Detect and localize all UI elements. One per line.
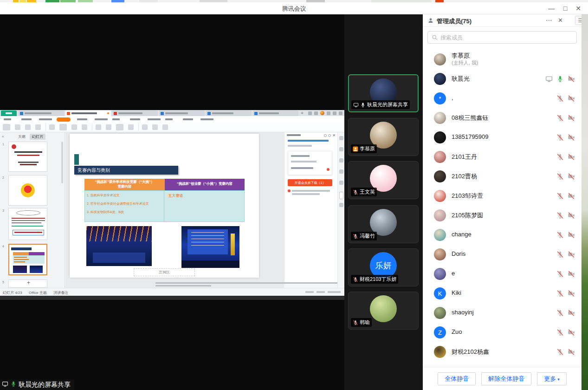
wps-ribbon-tab[interactable]: [148, 118, 161, 120]
member-row[interactable]: 李慕原(主持人, 我): [423, 50, 582, 69]
new-tab-icon[interactable]: +: [301, 110, 304, 116]
member-row[interactable]: change: [423, 225, 582, 245]
unmute-all-button[interactable]: 解除全体静音: [481, 372, 531, 385]
maximize-icon[interactable]: □: [558, 3, 572, 13]
speaker-notes-label[interactable]: 演讲备注: [53, 291, 68, 295]
wps-ribbon-tab[interactable]: [95, 118, 108, 120]
member-status-icons[interactable]: [556, 134, 575, 141]
wps-toolbar-icon[interactable]: [82, 124, 87, 130]
wps-pane-strip-icon[interactable]: [339, 136, 343, 140]
wps-toolbar-icon[interactable]: [25, 124, 31, 130]
member-status-icons[interactable]: [556, 348, 575, 356]
member-status-icons[interactable]: [556, 114, 575, 122]
collapse-panel-icon[interactable]: «: [2, 134, 4, 139]
wps-toolbar-icon[interactable]: [35, 124, 41, 130]
wps-document-tab[interactable]: [253, 110, 298, 116]
slide-thumbnail[interactable]: [8, 175, 47, 206]
wps-ribbon-tab[interactable]: [39, 118, 52, 120]
wps-pane-strip-icon[interactable]: [339, 181, 343, 185]
panel-close-icon[interactable]: ✕: [558, 17, 563, 24]
video-tile[interactable]: 耿晨光的屏幕共享: [348, 74, 419, 112]
wps-ribbon-active-tab[interactable]: [57, 117, 71, 122]
wps-document-tab[interactable]: [159, 110, 205, 116]
video-tile[interactable]: 李慕原: [348, 118, 419, 156]
member-status-icons[interactable]: [556, 251, 575, 258]
wps-ribbon-tab[interactable]: [4, 118, 11, 120]
member-status-icons[interactable]: [556, 153, 575, 161]
wps-pane-strip-icon[interactable]: [339, 158, 343, 162]
member-status-icons[interactable]: [556, 270, 575, 278]
wps-home-tab[interactable]: [1, 110, 17, 116]
wps-toolbar-icon[interactable]: [49, 124, 55, 130]
wps-pane-strip-icon[interactable]: [339, 192, 343, 199]
wps-document-tab[interactable]: [65, 110, 111, 116]
member-row[interactable]: 13851795909: [423, 128, 582, 147]
wps-toolbar-icon[interactable]: [152, 124, 158, 130]
member-row[interactable]: e: [423, 264, 582, 284]
wps-toolbar-icon[interactable]: [106, 124, 111, 130]
more-button[interactable]: 更多▾: [537, 372, 567, 385]
zoom-controls[interactable]: [305, 291, 341, 293]
wps-pane-strip-icon[interactable]: [339, 169, 343, 174]
wps-toolbar-icon[interactable]: [3, 124, 10, 130]
member-row[interactable]: 08税三熊鑫钰: [423, 108, 582, 128]
wps-toolbar-icon[interactable]: [96, 124, 101, 130]
wps-ribbon-tab[interactable]: [77, 118, 87, 120]
wps-ribbon-tab[interactable]: [112, 118, 120, 120]
pane-controls[interactable]: ✕: [324, 134, 336, 137]
wps-toolbar-icon[interactable]: [59, 124, 67, 130]
wps-document-tab[interactable]: [19, 110, 64, 116]
wps-toolbar-icon[interactable]: [162, 124, 168, 130]
wps-account-avatar[interactable]: [320, 111, 324, 115]
slide-thumbnail[interactable]: [8, 142, 47, 172]
member-status-icons[interactable]: [556, 95, 575, 102]
pane-link-placeholder[interactable]: [288, 140, 329, 142]
video-tile[interactable]: 王文英: [348, 161, 419, 199]
close-icon[interactable]: ✕: [571, 3, 585, 13]
video-tile[interactable]: 冯馨竹: [348, 205, 419, 243]
member-status-icons[interactable]: [556, 329, 575, 336]
wps-toolbar-icon[interactable]: [15, 124, 20, 130]
outline-tab[interactable]: 大纲: [16, 134, 28, 140]
member-status-icons[interactable]: [556, 212, 575, 219]
search-input[interactable]: [440, 34, 573, 41]
member-row[interactable]: 2102曹杨: [423, 167, 582, 186]
member-row[interactable]: 耿晨光: [423, 69, 582, 89]
video-tile[interactable]: 韩瑜: [348, 292, 419, 330]
member-row[interactable]: 2101王丹: [423, 147, 582, 167]
member-search-box[interactable]: [427, 31, 577, 44]
wps-ribbon-tab[interactable]: [130, 118, 140, 120]
member-row[interactable]: Doris: [423, 245, 582, 264]
wps-ribbon-tab[interactable]: [200, 118, 213, 120]
slide-thumbnail[interactable]: [8, 208, 47, 240]
member-status-icons[interactable]: [556, 309, 575, 317]
wps-toolbar-icon[interactable]: [116, 124, 123, 130]
wps-document-tab[interactable]: [206, 110, 252, 116]
member-status-icons[interactable]: [556, 231, 575, 239]
wps-toolbar-icon[interactable]: [71, 124, 77, 130]
wps-ribbon-tab[interactable]: [21, 118, 32, 120]
wps-toolbar-icon[interactable]: [142, 124, 148, 130]
wps-ribbon-tab[interactable]: [183, 118, 193, 120]
member-row[interactable]: KKiki: [423, 284, 582, 303]
member-row[interactable]: ZZuo: [423, 323, 582, 342]
member-status-icons[interactable]: [556, 290, 575, 297]
member-status-icons[interactable]: [545, 75, 575, 83]
mute-all-button[interactable]: 全体静音: [438, 372, 476, 385]
member-row[interactable]: 财税2102杨鑫: [423, 342, 582, 362]
member-row[interactable]: *,: [423, 89, 582, 108]
wps-pane-strip-icon[interactable]: [339, 203, 343, 207]
wps-document-tab[interactable]: [112, 110, 158, 116]
member-row[interactable]: 2105陈梦圆: [423, 206, 582, 225]
add-slide-icon[interactable]: +: [27, 280, 30, 286]
pane-download-button[interactable]: 开通会员后下载（1）: [288, 179, 332, 186]
slide-panel-scrollbar[interactable]: [61, 142, 63, 183]
minimize-icon[interactable]: —: [544, 3, 558, 13]
member-row[interactable]: 2103邹诗萱: [423, 186, 582, 206]
slide-thumbnail[interactable]: [8, 244, 47, 275]
member-row[interactable]: shaoyinj: [423, 303, 582, 323]
wps-ribbon-tab[interactable]: [165, 118, 173, 120]
wps-toolbar-icon[interactable]: [128, 124, 134, 130]
member-status-icons[interactable]: [556, 173, 575, 180]
slides-tab[interactable]: 幻灯片: [30, 134, 45, 140]
